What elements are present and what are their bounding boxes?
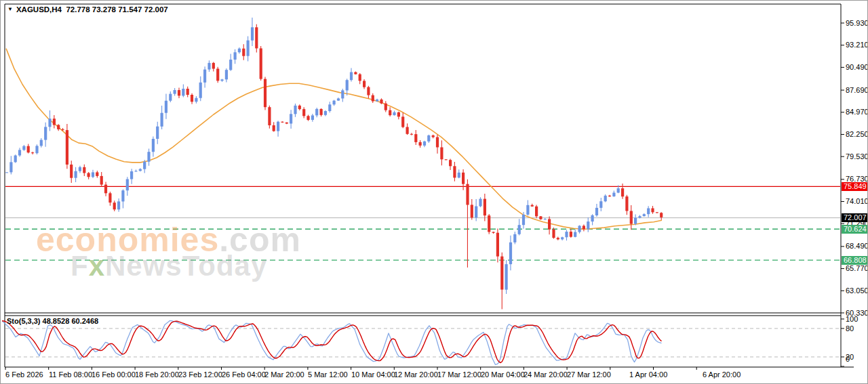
stochastic-k-value: 48.8528 — [43, 317, 70, 325]
stoch-axis-label: 100 — [846, 315, 858, 324]
x-axis-label: 26 Feb 04:00 — [222, 370, 266, 379]
y-axis-label: 90.490 — [846, 63, 868, 72]
x-axis-label: 12 Mar 20:00 — [394, 370, 438, 379]
x-axis-label: 11 Feb 08:00 — [49, 370, 92, 379]
x-axis-label: 5 Mar 12:00 — [308, 370, 348, 379]
y-axis-label: 84.970 — [846, 108, 868, 116]
stoch-axis-label: 80 — [846, 324, 854, 333]
price-badge-75.849: 75.849 — [842, 182, 868, 191]
stochastic-d-line — [2, 321, 662, 363]
x-axis-label: 2 Mar 20:00 — [264, 370, 304, 379]
down-candles — [27, 24, 663, 310]
symbol-timeframe: XAGUSD,H4 — [16, 5, 62, 14]
price-badge-70.624: 70.624 — [842, 225, 868, 234]
moving-average-line — [6, 49, 662, 230]
stochastic-d-value: 60.2468 — [71, 317, 98, 325]
x-axis-label: 20 Mar 04:00 — [481, 370, 525, 379]
x-axis-label: 1 Apr 04:00 — [629, 370, 667, 379]
y-axis-label: 68.490 — [846, 242, 868, 251]
trading-chart-window: ▼XAGUSD,H4 72.778 73.278 71.547 72.007 e… — [0, 0, 868, 384]
price-badge-72.007: 72.007 — [842, 213, 868, 222]
up-candles — [5, 18, 650, 294]
symbol-dropdown-icon[interactable]: ▼ — [7, 6, 13, 12]
x-axis-label: 23 Feb 12:00 — [178, 370, 222, 379]
ohlc-open: 72.778 — [66, 5, 90, 14]
y-axis-label: 95.930 — [846, 19, 868, 28]
stochastic-k-line — [2, 321, 662, 365]
y-axis-label: 74.010 — [846, 197, 868, 206]
x-axis-label: 6 Apr 20:00 — [703, 370, 741, 379]
y-axis-label: 79.530 — [846, 152, 868, 161]
x-axis-label: 10 Mar 04:00 — [351, 370, 395, 379]
y-axis-label: 65.770 — [846, 264, 868, 273]
chart-canvas[interactable] — [1, 1, 868, 384]
x-axis-label: 27 Mar 12:00 — [567, 370, 611, 379]
ohlc-close: 72.007 — [144, 5, 168, 14]
ohlc-low: 71.547 — [118, 5, 142, 14]
stochastic-label: Sto(5,3,3) 48.8528 60.2468 — [7, 317, 98, 325]
x-axis-label: 16 Feb 00:00 — [92, 370, 136, 379]
x-axis-label: 17 Mar 12:00 — [437, 370, 481, 379]
y-axis-label: 87.690 — [846, 86, 868, 95]
stoch-axis-label: 0 — [846, 355, 850, 364]
x-axis-label: 6 Feb 2026 — [5, 370, 43, 379]
ohlc-high: 73.278 — [92, 5, 116, 14]
x-axis-label: 24 Mar 20:00 — [524, 370, 568, 379]
y-axis-label: 63.050 — [846, 286, 868, 295]
chart-title: ▼XAGUSD,H4 72.778 73.278 71.547 72.007 — [7, 5, 168, 14]
y-axis-label: 82.250 — [846, 130, 868, 139]
x-axis-label: 18 Feb 20:00 — [135, 370, 179, 379]
price-badge-66.808: 66.808 — [842, 256, 868, 265]
y-axis-label: 93.210 — [846, 41, 868, 49]
